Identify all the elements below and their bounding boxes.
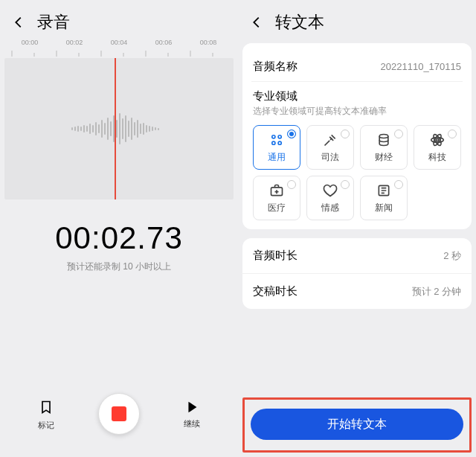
domain-label: 财经 (375, 151, 393, 164)
ruler-label: 00:08 (200, 39, 217, 46)
domain-tile-medkit[interactable]: 医疗 (253, 176, 300, 220)
remaining-estimate: 预计还能录制 10 小时以上 (4, 261, 234, 273)
domain-label: 司法 (321, 151, 339, 164)
start-transcribe-button[interactable]: 开始转文本 (251, 409, 463, 440)
audio-name-row: 音频名称 20221110_170115 (253, 52, 461, 81)
svg-point-11 (278, 135, 281, 138)
grid-icon (268, 132, 285, 148)
domain-tile-heart[interactable]: 情感 (306, 176, 354, 220)
bookmark-icon (39, 397, 54, 417)
domain-grid: 通用司法财经科技医疗情感新闻 (253, 125, 461, 220)
svg-point-10 (272, 135, 275, 138)
atom-icon (429, 132, 446, 148)
stop-icon (112, 406, 126, 421)
info-card: 音频时长 2 秒 交稿时长 预计 2 分钟 (242, 238, 472, 309)
ruler-label: 00:02 (66, 39, 83, 46)
ruler-label: 00:00 (22, 39, 39, 46)
domain-heading: 专业领域 (253, 89, 298, 103)
waveform[interactable] (4, 58, 234, 199)
back-icon[interactable] (10, 14, 27, 31)
recorder-header: 录音 (4, 4, 234, 37)
delivery-row: 交稿时长 预计 2 分钟 (242, 274, 472, 309)
domain-heading-row: 专业领域 (253, 82, 461, 103)
radio-icon (287, 180, 296, 189)
audio-name-label: 音频名称 (253, 60, 298, 74)
ruler-label: 00:06 (155, 39, 173, 46)
svg-point-15 (436, 138, 438, 141)
radio-icon (394, 180, 403, 189)
elapsed-time: 00:02.73 (4, 220, 234, 256)
heart-icon (322, 182, 338, 199)
transcribe-header: 转文本 (242, 4, 472, 37)
radio-icon (394, 130, 403, 138)
audio-duration-row: 音频时长 2 秒 (242, 238, 472, 273)
gavel-icon (322, 132, 338, 148)
domain-tile-coins[interactable]: 财经 (360, 125, 408, 170)
news-icon (376, 182, 392, 199)
coins-icon (376, 132, 392, 148)
svg-point-13 (278, 141, 281, 144)
cta-highlight-box: 开始转文本 (242, 397, 472, 453)
ruler-ticks (4, 51, 228, 57)
domain-tile-atom[interactable]: 科技 (414, 125, 461, 170)
domain-tile-news[interactable]: 新闻 (360, 176, 408, 220)
domain-tile-grid[interactable]: 通用 (253, 125, 300, 170)
domain-label: 情感 (321, 202, 339, 214)
settings-card: 音频名称 20221110_170115 专业领域 选择专业领域可提高转文本准确… (242, 43, 472, 229)
audio-name-value: 20221110_170115 (381, 61, 461, 72)
delivery-value: 预计 2 分钟 (412, 285, 461, 298)
transcribe-title: 转文本 (275, 11, 324, 33)
domain-subheading: 选择专业领域可提高转文本准确率 (253, 105, 461, 118)
radio-icon (341, 180, 350, 189)
domain-label: 医疗 (268, 202, 286, 214)
audio-duration-value: 2 秒 (443, 249, 461, 263)
recorder-panel: 录音 00:0000:0200:0400:0600:08 00:02.73 预计… (0, 0, 238, 457)
radio-icon (448, 130, 457, 138)
delivery-label: 交稿时长 (253, 284, 298, 298)
playhead[interactable] (115, 58, 116, 199)
bookmark-button[interactable]: 标记 (38, 397, 54, 431)
svg-point-14 (379, 134, 388, 138)
record-stop-button[interactable] (98, 393, 140, 435)
transcribe-panel: 转文本 音频名称 20221110_170115 专业领域 选择专业领域可提高转… (238, 0, 476, 457)
continue-button[interactable]: 继续 (184, 399, 200, 429)
medkit-icon (268, 182, 285, 199)
time-ruler: 00:0000:0200:0400:0600:08 (4, 39, 234, 57)
play-icon (184, 399, 200, 415)
back-icon[interactable] (248, 14, 265, 31)
bookmark-label: 标记 (38, 420, 54, 431)
recorder-controls: 标记 继续 (4, 380, 234, 453)
domain-label: 新闻 (375, 202, 393, 214)
svg-point-12 (272, 141, 275, 144)
audio-duration-label: 音频时长 (253, 249, 298, 263)
domain-label: 通用 (268, 151, 286, 164)
continue-label: 继续 (184, 418, 200, 429)
domain-tile-gavel[interactable]: 司法 (306, 125, 354, 170)
recorder-title: 录音 (37, 11, 70, 33)
radio-icon (287, 130, 296, 138)
domain-label: 科技 (428, 151, 446, 164)
radio-icon (341, 130, 350, 138)
ruler-label: 00:04 (111, 39, 128, 46)
